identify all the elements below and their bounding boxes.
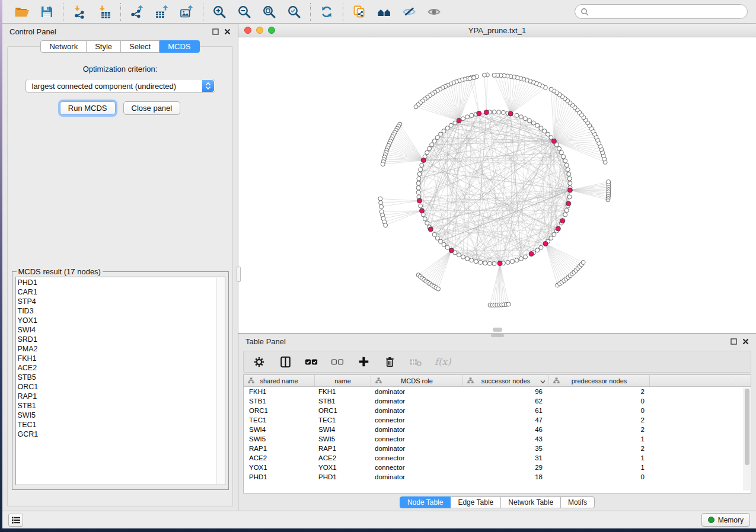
graph-node[interactable] [379, 204, 384, 209]
graph-node[interactable] [487, 261, 492, 265]
graph-node[interactable] [563, 213, 567, 217]
graph-node[interactable] [436, 287, 441, 291]
table-row[interactable]: PHD1 PHD1 dominator 18 0 [244, 472, 751, 482]
zoom-out-button[interactable] [235, 3, 253, 21]
column-header[interactable]: predecessor nodes [549, 375, 650, 386]
canvas-hscrollbar[interactable] [493, 328, 502, 332]
hide-selected-button[interactable] [400, 3, 418, 21]
graph-node[interactable] [549, 87, 553, 91]
table-panel-splitter-handle[interactable] [491, 334, 504, 337]
graph-node[interactable] [381, 162, 385, 166]
table-vscrollbar[interactable] [744, 387, 750, 491]
network-window-titlebar[interactable]: YPA_prune.txt_1 [238, 24, 756, 37]
close-panel-button[interactable]: Close panel [123, 101, 181, 115]
graph-hub-node[interactable] [529, 252, 534, 257]
apply-layout-button[interactable] [318, 3, 336, 21]
mcds-result-item[interactable]: SWI4 [18, 325, 223, 335]
graph-node[interactable] [524, 255, 528, 259]
graph-node[interactable] [492, 262, 496, 266]
graph-node[interactable] [414, 105, 418, 109]
graph-node[interactable] [557, 146, 562, 150]
graph-node[interactable] [425, 150, 429, 155]
table-tab[interactable]: Node Table [400, 496, 451, 508]
graph-node[interactable] [425, 221, 429, 225]
table-tab[interactable]: Network Table [501, 496, 561, 508]
export-table-button[interactable] [153, 3, 171, 21]
graph-node[interactable] [539, 245, 543, 249]
graph-node[interactable] [552, 232, 556, 236]
graph-node[interactable] [449, 123, 453, 127]
graph-node[interactable] [453, 121, 457, 125]
table-tab[interactable]: Edge Table [451, 496, 501, 508]
graph-node[interactable] [564, 163, 569, 167]
graph-node[interactable] [442, 129, 446, 133]
graph-node[interactable] [479, 260, 483, 264]
table-tab[interactable]: Motifs [561, 496, 595, 508]
table-vscrollbar-thumb[interactable] [745, 389, 749, 465]
float-panel-icon[interactable] [731, 338, 737, 345]
graph-hub-node[interactable] [421, 158, 426, 163]
mcds-result-item[interactable]: PHD1 [18, 278, 223, 287]
graph-node[interactable] [445, 245, 449, 249]
import-table-button[interactable] [95, 3, 113, 21]
optimization-criterion-select[interactable]: largest connected component (undirected) [25, 79, 215, 93]
graph-node[interactable] [439, 239, 443, 243]
save-session-button[interactable] [38, 3, 56, 21]
graph-node[interactable] [428, 146, 432, 150]
table-row[interactable]: FKH1 FKH1 dominator 96 2 [244, 387, 751, 396]
graph-node[interactable] [581, 261, 585, 265]
graph-node[interactable] [430, 143, 434, 147]
graph-hub-node[interactable] [428, 227, 433, 232]
network-canvas[interactable] [238, 37, 756, 333]
graph-node[interactable] [506, 260, 510, 264]
zoom-fit-button[interactable] [260, 3, 278, 21]
zoom-window-button[interactable] [268, 27, 275, 34]
graph-hub-node[interactable] [417, 198, 422, 203]
graph-node[interactable] [472, 76, 476, 80]
graph-node[interactable] [423, 217, 427, 221]
deselect-all-button[interactable] [330, 355, 344, 369]
graph-hub-node[interactable] [449, 248, 454, 253]
graph-node[interactable] [549, 136, 553, 140]
graph-node[interactable] [432, 139, 436, 143]
graph-node[interactable] [531, 121, 535, 125]
graph-node[interactable] [567, 177, 572, 181]
graph-node[interactable] [419, 204, 423, 208]
panel-splitter-handle[interactable] [237, 267, 241, 282]
table-row[interactable]: ACE2 ACE2 connector 31 1 [244, 453, 751, 463]
mcds-result-list[interactable]: PHD1CAR1STP4TID3YOX1SWI4SRD1PMA2FKH1ACE2… [15, 277, 225, 485]
graph-node[interactable] [465, 257, 470, 261]
mcds-result-item[interactable]: PMA2 [18, 344, 223, 354]
graph-node[interactable] [435, 136, 439, 140]
mcds-result-item[interactable]: FKH1 [18, 354, 223, 363]
new-network-from-selection-button[interactable] [350, 3, 368, 21]
first-neighbors-button[interactable] [375, 3, 393, 21]
graph-node[interactable] [417, 177, 421, 181]
control-panel-tab[interactable]: Network [40, 40, 87, 53]
graph-hub-node[interactable] [543, 241, 548, 246]
table-row[interactable]: YOX1 YOX1 connector 29 1 [244, 463, 751, 472]
graph-hub-node[interactable] [508, 111, 513, 116]
graph-node[interactable] [379, 201, 383, 205]
close-window-button[interactable] [244, 27, 251, 34]
graph-node[interactable] [524, 117, 528, 121]
graph-node[interactable] [607, 180, 611, 184]
graph-node[interactable] [528, 118, 532, 123]
graph-hub-node[interactable] [551, 139, 556, 143]
table-row[interactable]: SWI4 SWI4 dominator 46 2 [244, 425, 751, 434]
delete-column-button[interactable] [382, 355, 397, 369]
graph-node[interactable] [445, 126, 449, 130]
close-panel-icon[interactable] [224, 28, 231, 35]
mcds-result-item[interactable]: YOX1 [18, 316, 223, 325]
mcds-result-item[interactable]: TID3 [18, 306, 223, 316]
table-row[interactable]: STB1 STB1 dominator 62 0 [244, 396, 751, 406]
graph-node[interactable] [519, 257, 523, 261]
control-panel-tab[interactable]: Style [87, 40, 121, 53]
graph-node[interactable] [511, 259, 515, 264]
graph-node[interactable] [474, 259, 478, 264]
import-network-button[interactable] [71, 3, 88, 21]
graph-node[interactable] [563, 159, 567, 163]
open-file-button[interactable] [13, 3, 31, 21]
table-settings-button[interactable] [252, 355, 266, 369]
table-row[interactable]: ORC1 ORC1 dominator 61 0 [244, 406, 751, 415]
